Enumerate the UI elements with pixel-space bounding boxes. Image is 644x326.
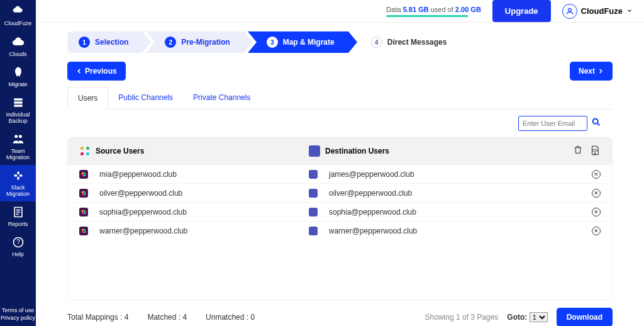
svg-rect-2 xyxy=(17,171,19,174)
teams-logo-icon xyxy=(309,145,320,157)
tabs: Users Public Channels Private Channels xyxy=(67,87,613,110)
workspace: 1Selection 2Pre-Migration 3Map & Migrate… xyxy=(36,23,644,326)
step-pre-migration[interactable]: 2Pre-Migration xyxy=(146,31,243,53)
svg-point-6 xyxy=(568,8,571,11)
step-selection[interactable]: 1Selection xyxy=(67,31,142,53)
svg-point-7 xyxy=(593,119,598,124)
remove-row-icon[interactable]: ✕ xyxy=(592,208,601,216)
previous-button[interactable]: Previous xyxy=(67,62,126,81)
sidebar-item-migrate[interactable]: Migrate xyxy=(0,62,36,92)
sidebar-item-individual-backup[interactable]: Individual Backup xyxy=(0,92,36,128)
slack-icon xyxy=(12,169,25,182)
nav-row: Previous Next xyxy=(67,62,613,81)
cloud-icon xyxy=(12,36,25,48)
rocket-icon xyxy=(12,66,25,79)
svg-rect-0 xyxy=(14,174,17,176)
table-row: mia@pepperwood.club james@pepperwood.clu… xyxy=(68,164,612,183)
sidebar-item-clouds[interactable]: Clouds xyxy=(0,31,36,62)
profile-menu[interactable]: CloudFuze xyxy=(562,4,633,19)
terms-link[interactable]: Terms of use xyxy=(0,306,36,315)
usage-bar xyxy=(386,15,468,17)
reports-icon xyxy=(12,206,25,218)
team-icon xyxy=(12,133,25,145)
remove-row-icon[interactable]: ✕ xyxy=(592,227,601,235)
teams-icon xyxy=(309,208,318,216)
remove-row-icon[interactable]: ✕ xyxy=(592,170,601,179)
search-row xyxy=(67,110,613,137)
matched-count: Matched : 4 xyxy=(147,313,187,322)
data-usage: Data 5.81 GB used of 2.00 GB xyxy=(386,6,480,17)
total-mappings: Total Mappings : 4 xyxy=(67,313,128,322)
csv-export-icon[interactable]: CSV xyxy=(589,145,601,158)
logo-label: CloudFuze xyxy=(4,20,32,26)
mapping-table: Source Users Destination Users CSV mia@p… xyxy=(67,137,613,300)
user-icon xyxy=(562,4,577,19)
tab-public-channels[interactable]: Public Channels xyxy=(108,87,183,109)
upgrade-button[interactable]: Upgrade xyxy=(492,0,551,22)
slack-icon xyxy=(79,170,88,179)
privacy-link[interactable]: Privacy policy xyxy=(0,314,36,322)
step-direct-messages[interactable]: 4Direct Messages xyxy=(352,31,461,53)
sidebar-item-team-migration[interactable]: Team Migration xyxy=(0,128,36,165)
remove-row-icon[interactable]: ✕ xyxy=(592,189,601,198)
sidebar-logo[interactable]: CloudFuze xyxy=(0,0,36,31)
search-input[interactable] xyxy=(518,116,587,131)
backup-icon xyxy=(12,96,25,109)
step-map-migrate[interactable]: 3Map & Migrate xyxy=(248,31,348,53)
sidebar-item-help[interactable]: ? Help xyxy=(0,232,36,262)
goto-page: Goto: 1 xyxy=(507,312,547,322)
table-row: warner@pepperwood.club warner@pepperwood… xyxy=(68,221,612,240)
sidebar-item-reports[interactable]: Reports xyxy=(0,201,36,232)
chevron-right-icon xyxy=(597,68,604,74)
slack-logo-icon xyxy=(79,145,91,157)
goto-select[interactable]: 1 xyxy=(530,312,548,322)
slack-icon xyxy=(79,208,88,216)
chevron-left-icon xyxy=(76,68,82,74)
showing-pages: Showing 1 of 3 Pages xyxy=(425,313,499,322)
search-icon[interactable] xyxy=(591,117,601,130)
svg-text:CSV: CSV xyxy=(592,149,597,152)
table-header: Source Users Destination Users CSV xyxy=(68,138,612,164)
help-icon: ? xyxy=(12,236,25,249)
teams-icon xyxy=(309,170,318,179)
table-empty-space xyxy=(68,240,612,300)
svg-rect-1 xyxy=(19,174,22,176)
sidebar-footer: Terms of use Privacy policy xyxy=(0,306,36,322)
sidebar-item-slack-migration[interactable]: Slack Migration xyxy=(0,165,36,201)
teams-icon xyxy=(309,189,318,198)
stepper: 1Selection 2Pre-Migration 3Map & Migrate… xyxy=(67,31,613,53)
tab-users[interactable]: Users xyxy=(67,87,108,110)
teams-icon xyxy=(309,227,318,235)
next-button[interactable]: Next xyxy=(570,62,613,81)
svg-rect-3 xyxy=(17,177,19,180)
slack-icon xyxy=(79,227,88,235)
slack-icon xyxy=(79,189,88,198)
download-button[interactable]: Download xyxy=(557,308,613,326)
table-row: oilver@pepperwood.club oilver@pepperwood… xyxy=(68,183,612,202)
topbar: Data 5.81 GB used of 2.00 GB Upgrade Clo… xyxy=(36,0,644,23)
table-footer: Total Mappings : 4 Matched : 4 Unmatched… xyxy=(67,300,613,326)
logo-icon xyxy=(12,5,25,18)
chevron-down-icon xyxy=(626,6,633,16)
table-row: sophia@pepperwood.club sophia@pepperwood… xyxy=(68,202,612,221)
main: Data 5.81 GB used of 2.00 GB Upgrade Clo… xyxy=(36,0,644,326)
svg-text:?: ? xyxy=(16,239,20,245)
delete-all-icon[interactable] xyxy=(573,145,583,158)
tab-private-channels[interactable]: Private Channels xyxy=(183,87,260,109)
sidebar: CloudFuze Clouds Migrate Individual Back… xyxy=(0,0,36,326)
unmatched-count: Unmatched : 0 xyxy=(206,313,255,322)
